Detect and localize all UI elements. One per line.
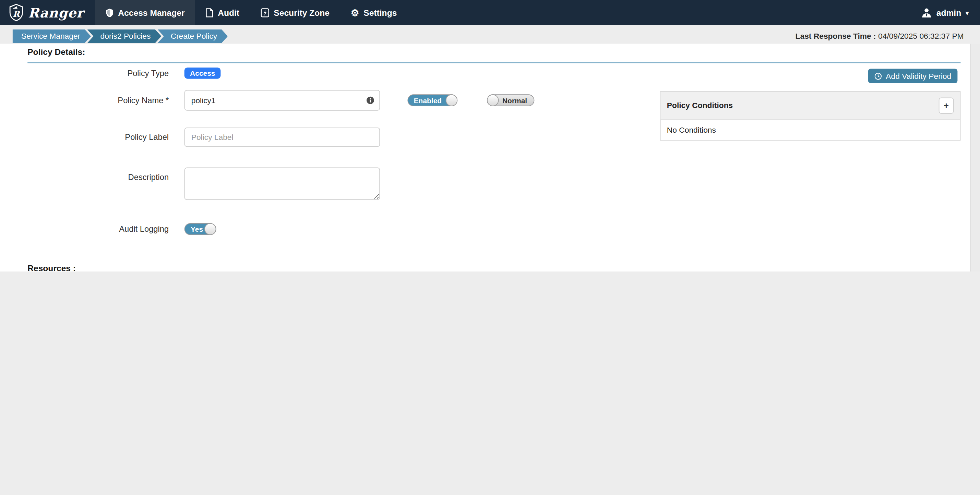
- last-response-time-label: Last Response Time :: [795, 32, 876, 41]
- policy-normal-toggle-label: Normal: [502, 97, 527, 104]
- main-content: Policy Details: Policy Type Access Add V…: [0, 44, 971, 271]
- audit-logging-toggle-label: Yes: [191, 225, 203, 233]
- breadcrumb-bar: Service Manager doris2 Policies Create P…: [0, 25, 980, 44]
- policy-name-label: Policy Name *: [0, 96, 185, 105]
- policy-conditions-panel: Policy Conditions + No Conditions: [660, 91, 961, 141]
- policy-type-row: Policy Type Access: [0, 68, 221, 79]
- toggle-knob: [445, 94, 457, 106]
- add-validity-period-label: Add Validity Period: [886, 71, 951, 81]
- description-row: Description: [0, 168, 380, 200]
- shield-icon: [106, 8, 114, 17]
- breadcrumb-create-policy[interactable]: Create Policy: [158, 30, 228, 43]
- nav-access-manager[interactable]: Access Manager: [95, 0, 196, 25]
- policy-conditions-empty-text: No Conditions: [661, 119, 960, 140]
- ranger-shield-logo-icon: R: [9, 4, 24, 21]
- policy-conditions-panel-title: Policy Conditions: [667, 101, 733, 110]
- user-avatar-icon: [921, 7, 932, 18]
- audit-logging-label: Audit Logging: [0, 225, 185, 234]
- description-textarea[interactable]: [185, 168, 380, 200]
- policy-type-label: Policy Type: [0, 68, 185, 78]
- breadcrumb-service-manager[interactable]: Service Manager: [12, 30, 91, 43]
- bolt-icon: [261, 8, 269, 17]
- toggle-knob: [204, 223, 216, 235]
- last-response-time-value: 04/09/2025 06:32:37 PM: [878, 32, 964, 41]
- nav-settings-label: Settings: [363, 8, 397, 17]
- ranger-logo[interactable]: R Ranger: [0, 4, 95, 21]
- nav-access-manager-label: Access Manager: [118, 8, 185, 17]
- policy-enabled-toggle[interactable]: Enabled: [407, 94, 457, 106]
- policy-label-label: Policy Label: [0, 133, 185, 142]
- nav-audit-label: Audit: [218, 8, 239, 17]
- gear-icon: ⚙: [351, 8, 360, 17]
- resources-heading-label: Resources :: [27, 263, 76, 271]
- policy-details-heading: Policy Details:: [27, 48, 961, 63]
- policy-name-input[interactable]: [185, 90, 380, 111]
- audit-logging-toggle[interactable]: Yes: [185, 223, 216, 235]
- toggle-knob: [487, 94, 499, 106]
- policy-label-input[interactable]: [185, 127, 380, 147]
- policy-conditions-panel-header: Policy Conditions +: [661, 92, 960, 119]
- ranger-create-policy-page: R Ranger Access Manager Audit Security Z…: [0, 0, 980, 271]
- policy-label-row: Policy Label: [0, 127, 380, 147]
- breadcrumb-doris2-policies[interactable]: doris2 Policies: [87, 30, 161, 43]
- policy-type-badge[interactable]: Access: [185, 68, 221, 79]
- info-icon: [366, 96, 374, 107]
- last-response-time: Last Response Time : 04/09/2025 06:32:37…: [795, 32, 964, 41]
- nav-settings[interactable]: ⚙ Settings: [340, 0, 407, 25]
- vertical-scrollbar[interactable]: [970, 44, 980, 271]
- nav-security-zone-label: Security Zone: [274, 8, 329, 17]
- breadcrumb: Service Manager doris2 Policies Create P…: [12, 30, 228, 43]
- nav-security-zone[interactable]: Security Zone: [250, 0, 340, 25]
- audit-logging-row: Audit Logging Yes: [0, 223, 216, 235]
- user-menu[interactable]: admin ▾: [921, 7, 980, 18]
- chevron-down-icon: ▾: [966, 9, 969, 16]
- policy-normal-toggle[interactable]: Normal: [487, 94, 535, 106]
- policy-details-heading-label: Policy Details:: [27, 48, 85, 57]
- username-label: admin: [937, 8, 961, 17]
- policy-name-row: Policy Name * Enabled Normal: [0, 90, 535, 111]
- top-navbar: R Ranger Access Manager Audit Security Z…: [0, 0, 980, 25]
- brand-name: Ranger: [28, 5, 84, 21]
- document-icon: [206, 8, 214, 17]
- clock-icon: [875, 72, 882, 80]
- svg-text:R: R: [13, 9, 20, 19]
- description-label: Description: [0, 168, 185, 182]
- resources-heading: Resources :: [27, 263, 961, 271]
- add-validity-period-button[interactable]: Add Validity Period: [868, 69, 958, 83]
- add-policy-condition-button[interactable]: +: [939, 97, 954, 113]
- policy-enabled-toggle-label: Enabled: [414, 97, 442, 104]
- nav-audit[interactable]: Audit: [196, 0, 250, 25]
